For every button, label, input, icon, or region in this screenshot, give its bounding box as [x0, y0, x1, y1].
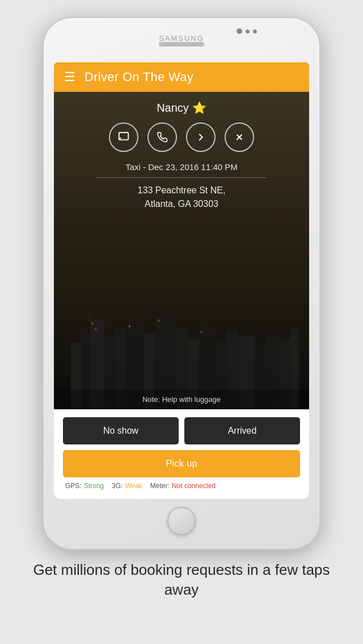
gps-value: Strong [84, 482, 104, 490]
arrived-button[interactable]: Arrived [184, 417, 300, 444]
pick-up-button[interactable]: Pick up [63, 450, 300, 477]
phone-shell: SAMSUNG ☰ Driver On The Way [43, 17, 320, 550]
svg-rect-10 [163, 303, 167, 320]
action-row: No show Arrived [63, 417, 300, 444]
close-button[interactable] [225, 122, 254, 152]
svg-rect-25 [158, 319, 159, 321]
action-buttons [109, 122, 254, 152]
svg-rect-26 [201, 331, 202, 333]
svg-rect-7 [135, 308, 137, 325]
no-show-button[interactable]: No show [63, 417, 179, 444]
hamburger-icon[interactable]: ☰ [64, 71, 75, 83]
samsung-label: SAMSUNG [159, 34, 204, 43]
trip-address: 133 Peachtree St NE, Atlanta, GA 30303 [96, 184, 267, 211]
camera-area [237, 28, 257, 34]
meter-status: Meter: Not connected [150, 482, 216, 490]
svg-rect-23 [95, 328, 96, 330]
address-line1: 133 Peachtree St NE, [138, 185, 226, 195]
3g-label: 3G: [112, 482, 123, 490]
trip-info: Taxi - Dec 23, 2016 11:40 PM 133 Peachtr… [96, 162, 267, 211]
driver-name-container: Nancy ⭐ [157, 101, 206, 115]
sensor-dot2 [253, 29, 257, 33]
navigate-button[interactable] [186, 122, 216, 152]
note-bar: Note: Help with luggage [54, 389, 309, 409]
sensor-dot [246, 29, 250, 33]
tagline: Get millions of booking requests in a fe… [0, 560, 363, 600]
meter-label: Meter: [150, 482, 170, 490]
status-bar: GPS: Strong 3G: Weak Meter: Not connecte… [63, 477, 300, 492]
call-button[interactable] [147, 122, 177, 152]
speaker [159, 42, 204, 46]
bottom-panel: No show Arrived Pick up GPS: Strong 3G: … [54, 409, 309, 499]
page-title: Driver On The Way [85, 70, 193, 84]
svg-rect-3 [88, 314, 91, 323]
home-button[interactable] [167, 507, 196, 535]
3g-value: Weak [125, 482, 142, 490]
divider [96, 177, 267, 178]
star-icon: ⭐ [192, 101, 206, 115]
screen: ☰ Driver On The Way [54, 62, 309, 499]
address-line2: Atlanta, GA 30303 [145, 199, 218, 209]
svg-rect-22 [91, 322, 93, 324]
3g-status: 3G: Weak [112, 482, 142, 490]
map-area: Nancy ⭐ [54, 92, 309, 409]
top-bar: ☰ Driver On The Way [54, 62, 309, 92]
svg-rect-24 [129, 325, 130, 327]
message-button[interactable] [109, 122, 138, 152]
trip-type-date: Taxi - Dec 23, 2016 11:40 PM [96, 162, 267, 172]
gps-status: GPS: Strong [65, 482, 104, 490]
camera-dot [237, 28, 242, 34]
meter-value: Not connected [172, 482, 216, 490]
gps-label: GPS: [65, 482, 82, 490]
driver-name-text: Nancy [157, 101, 189, 115]
